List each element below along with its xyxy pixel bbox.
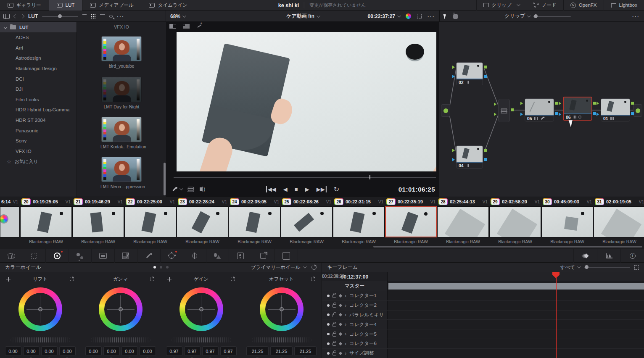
node-source-input[interactable] bbox=[441, 104, 450, 117]
node-06-selected[interactable]: 06 bbox=[563, 97, 592, 121]
expand-track-icon[interactable]: › bbox=[345, 322, 346, 327]
value-box[interactable]: 21.25 bbox=[246, 346, 269, 356]
value-box[interactable]: 0.00 bbox=[23, 346, 40, 356]
clip-thumbnail[interactable] bbox=[437, 206, 489, 237]
tab-clips[interactable]: クリップ bbox=[476, 0, 526, 11]
tab-gallery[interactable]: ギャラリー bbox=[0, 0, 49, 11]
sidebar-item-aces[interactable]: ACES bbox=[0, 32, 77, 43]
forward-icon[interactable] bbox=[21, 14, 25, 18]
expand-track-icon[interactable]: › bbox=[345, 312, 346, 317]
value-box[interactable]: 21.25 bbox=[270, 346, 293, 356]
tab-lut[interactable]: LUT bbox=[49, 0, 83, 11]
scrollbar[interactable] bbox=[164, 163, 166, 195]
step-back-button[interactable]: ◀ bbox=[283, 186, 288, 192]
clip-thumbnail[interactable] bbox=[385, 206, 437, 237]
track-コレクター5[interactable]: ›コレクター5 bbox=[322, 329, 644, 339]
video-canvas[interactable] bbox=[177, 32, 436, 171]
lock-icon[interactable] bbox=[333, 304, 336, 308]
track-lane[interactable] bbox=[388, 301, 644, 310]
lock-icon[interactable] bbox=[333, 342, 336, 346]
clip-20[interactable]: 20 00:19:25:05 V1 Blackmagic RAW bbox=[20, 197, 72, 247]
sidebar-item-dci[interactable]: DCI bbox=[0, 74, 77, 84]
gain-color-ring[interactable] bbox=[179, 287, 223, 331]
tab-timeline[interactable]: タイムライン bbox=[141, 0, 195, 11]
expand-track-icon[interactable]: › bbox=[345, 303, 346, 308]
wheel-mode-dropdown[interactable]: プライマリーホイール bbox=[251, 264, 306, 271]
crosshair-icon[interactable] bbox=[6, 277, 11, 282]
clip-29[interactable]: 29 02:02:58:20 V1 Blackmagic RAW bbox=[489, 197, 541, 247]
keyframe-diamond-icon[interactable] bbox=[339, 294, 342, 297]
lut-item[interactable]: bird_youtube bbox=[100, 36, 143, 68]
clip-30[interactable]: 30 00:45:09:03 V1 Blackmagic RAW bbox=[541, 197, 593, 247]
sidebar-item-arri[interactable]: Arri bbox=[0, 43, 77, 53]
palette-rgb-mixer-button[interactable] bbox=[92, 249, 115, 263]
clip-25[interactable]: 25 00:22:08:26 V1 Blackmagic RAW bbox=[281, 197, 333, 247]
gain-master-slider[interactable] bbox=[172, 337, 231, 342]
list-view-icon[interactable] bbox=[100, 14, 105, 18]
keyframe-ruler[interactable]: 00:12:37:00 00:12:34:22 00:12:35:24 00:1… bbox=[322, 272, 644, 281]
value-box[interactable]: 0.00 bbox=[121, 346, 138, 356]
sidebar-item-vfx-io[interactable]: VFX IO bbox=[0, 146, 77, 157]
sidebar-item-sony[interactable]: Sony bbox=[0, 136, 77, 146]
clip-thumbnail[interactable] bbox=[229, 206, 280, 237]
keyframe-diamond-icon[interactable] bbox=[339, 332, 342, 336]
value-box[interactable]: 0.00 bbox=[103, 346, 120, 356]
play-button[interactable]: ▶ bbox=[305, 186, 309, 192]
expand-viewer-icon[interactable] bbox=[417, 14, 422, 18]
reset-icon[interactable] bbox=[231, 277, 235, 282]
clip-thumbnail[interactable] bbox=[177, 206, 228, 237]
go-to-start-button[interactable]: ◀◀ bbox=[266, 186, 276, 192]
crosshair-icon[interactable] bbox=[167, 277, 172, 282]
clip-thumbnail[interactable] bbox=[124, 206, 176, 237]
clip-21[interactable]: 21 00:19:46:29 V1 Blackmagic RAW bbox=[72, 197, 124, 247]
value-box[interactable]: 0.00 bbox=[41, 346, 58, 356]
tab-media-pool[interactable]: メディアプール bbox=[82, 0, 141, 11]
keyframe-filter-dropdown[interactable]: すべて bbox=[560, 264, 580, 271]
timeline-name-dropdown[interactable]: ケア動画 fin bbox=[286, 13, 319, 20]
reset-icon[interactable] bbox=[150, 277, 155, 282]
node-01[interactable]: 01 bbox=[601, 98, 630, 121]
sidebar-item-lut-root[interactable]: LUT bbox=[0, 22, 77, 32]
reset-all-icon[interactable] bbox=[311, 265, 317, 270]
search-icon[interactable] bbox=[109, 15, 113, 18]
audio-mute-icon[interactable] bbox=[200, 187, 203, 191]
clip-31[interactable]: 31 02:00:19:05 V1 Blackmagic RAW bbox=[594, 197, 644, 247]
enable-dot-icon[interactable] bbox=[327, 304, 330, 307]
sidebar-item-astrodesign[interactable]: Astrodesign bbox=[0, 53, 77, 63]
node-05[interactable]: 05 bbox=[525, 98, 554, 121]
source-timecode-dropdown[interactable]: 00:22:37:27 bbox=[368, 13, 400, 19]
lock-icon[interactable] bbox=[333, 314, 336, 317]
track-lane[interactable] bbox=[388, 311, 644, 320]
pan-tool-icon[interactable] bbox=[453, 14, 458, 19]
lift-color-ring[interactable] bbox=[18, 287, 62, 331]
lut-thumbnail[interactable] bbox=[101, 157, 142, 182]
keyframe-diamond-icon[interactable] bbox=[339, 323, 342, 326]
split-screen-icon[interactable] bbox=[169, 24, 176, 29]
lut-item[interactable]: LMT Kodak...Emulation bbox=[100, 117, 143, 149]
keyframe-zoom-slider[interactable] bbox=[584, 267, 630, 268]
clip-24[interactable]: 24 00:22:35:05 V1 Blackmagic RAW bbox=[229, 197, 280, 247]
tab-lightbox[interactable]: Lightbox bbox=[604, 0, 644, 11]
info-button[interactable]: i bbox=[620, 249, 644, 263]
value-box[interactable]: 0.97 bbox=[166, 346, 182, 356]
lut-thumbnail[interactable] bbox=[101, 36, 142, 61]
keyframe-diamond-icon[interactable] bbox=[339, 313, 342, 316]
track-コレクター4[interactable]: ›コレクター4 bbox=[322, 320, 644, 329]
expand-track-icon[interactable]: › bbox=[345, 341, 346, 346]
lut-item[interactable]: LMT Neon ...ppression bbox=[100, 157, 143, 189]
playhead-line[interactable] bbox=[556, 275, 557, 358]
palette-3d-button[interactable] bbox=[275, 249, 298, 263]
keyframe-diamond-icon[interactable] bbox=[339, 303, 342, 307]
clip-partial[interactable]: 6:14V1 bbox=[0, 197, 19, 247]
master-track-lane[interactable] bbox=[388, 281, 644, 291]
palette-blur-button[interactable] bbox=[206, 249, 230, 263]
lock-icon[interactable] bbox=[333, 333, 336, 337]
enable-dot-icon[interactable] bbox=[327, 295, 330, 297]
enable-dot-icon[interactable] bbox=[327, 333, 330, 335]
sidebar-item-dji[interactable]: DJI bbox=[0, 84, 77, 95]
track-lane[interactable] bbox=[388, 320, 644, 329]
wheel-center[interactable] bbox=[280, 307, 284, 311]
tab-openfx[interactable]: fxOpenFX bbox=[563, 0, 604, 11]
track-コレクター2[interactable]: ›コレクター2 bbox=[322, 301, 644, 311]
enable-dot-icon[interactable] bbox=[327, 313, 330, 316]
